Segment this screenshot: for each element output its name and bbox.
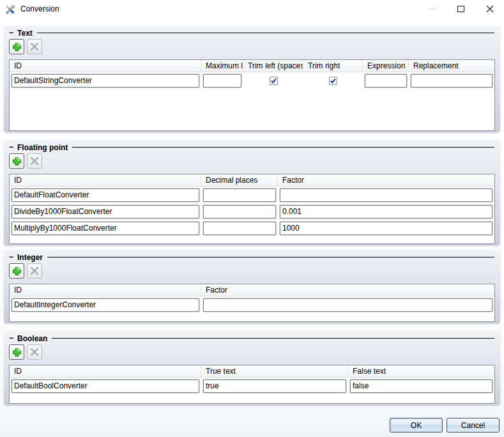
column-header-id: ID bbox=[10, 365, 201, 377]
id-field[interactable] bbox=[11, 379, 199, 393]
check-icon bbox=[270, 77, 277, 84]
titlebar: Conversion bbox=[0, 0, 504, 18]
delete-row-button[interactable] bbox=[27, 153, 42, 169]
minimize-button[interactable] bbox=[418, 0, 447, 18]
text-converters-table: ID Maximum len Trim left (spaces) Trim r… bbox=[9, 59, 495, 131]
factor-field[interactable] bbox=[280, 188, 493, 202]
table-row bbox=[10, 187, 494, 203]
column-header-id: ID bbox=[10, 284, 201, 296]
decimal-places-field[interactable] bbox=[203, 222, 276, 235]
conversion-dialog: Conversion − Text bbox=[0, 0, 504, 437]
plus-icon bbox=[12, 266, 22, 276]
true-text-field[interactable] bbox=[203, 379, 346, 393]
collapse-icon[interactable]: − bbox=[9, 29, 13, 37]
float-converters-table: ID Decimal places Factor bbox=[9, 174, 495, 244]
group-rule bbox=[37, 33, 494, 33]
group-text-title: Text bbox=[17, 29, 33, 38]
column-header-trim-right: Trim right bbox=[303, 60, 363, 72]
table-header: ID Decimal places Factor bbox=[10, 174, 494, 187]
factor-field[interactable] bbox=[203, 298, 493, 312]
group-rule bbox=[47, 257, 494, 257]
collapse-icon[interactable]: − bbox=[9, 334, 13, 342]
table-header: ID Maximum len Trim left (spaces) Trim r… bbox=[10, 60, 494, 72]
group-boolean-toolbar bbox=[9, 344, 495, 360]
collapse-icon[interactable]: − bbox=[9, 253, 13, 261]
column-header-expression: Expression bbox=[363, 60, 409, 72]
column-header-trim-left: Trim left (spaces) bbox=[243, 60, 303, 72]
window-controls bbox=[418, 0, 504, 18]
cross-icon bbox=[30, 42, 39, 51]
column-header-factor: Factor bbox=[278, 174, 494, 186]
column-header-id: ID bbox=[10, 60, 201, 72]
replacement-field[interactable] bbox=[411, 74, 493, 88]
cancel-button[interactable]: Cancel bbox=[447, 418, 500, 433]
delete-row-button[interactable] bbox=[27, 39, 42, 54]
column-header-max-len: Maximum len bbox=[201, 60, 243, 72]
group-integer-toolbar bbox=[9, 263, 495, 279]
expression-field[interactable] bbox=[365, 74, 407, 88]
boolean-converters-table: ID True text False text bbox=[9, 365, 495, 404]
decimal-places-field[interactable] bbox=[203, 205, 276, 218]
add-row-button[interactable] bbox=[9, 263, 24, 279]
add-row-button[interactable] bbox=[9, 344, 24, 360]
group-rule bbox=[52, 338, 494, 339]
group-text-header: − Text bbox=[9, 28, 495, 38]
collapse-icon[interactable]: − bbox=[9, 143, 13, 151]
close-icon bbox=[486, 5, 494, 13]
trim-right-checkbox[interactable] bbox=[329, 77, 337, 85]
group-floating-point-title: Floating point bbox=[17, 143, 68, 152]
max-len-field[interactable] bbox=[203, 74, 241, 88]
column-header-factor: Factor bbox=[201, 284, 494, 296]
column-header-decimal-places: Decimal places bbox=[201, 174, 278, 186]
id-field[interactable] bbox=[11, 188, 199, 202]
check-icon bbox=[330, 77, 337, 84]
factor-field[interactable] bbox=[280, 222, 493, 235]
delete-row-button[interactable] bbox=[27, 263, 42, 279]
table-row bbox=[10, 378, 494, 394]
group-boolean-title: Boolean bbox=[17, 334, 47, 343]
add-row-button[interactable] bbox=[9, 153, 24, 169]
group-integer: − Integer ID bbox=[4, 250, 500, 323]
minimize-icon bbox=[429, 9, 436, 10]
close-button[interactable] bbox=[475, 0, 504, 18]
footer-buttons: OK Cancel bbox=[4, 418, 500, 433]
id-field[interactable] bbox=[11, 74, 199, 88]
id-field[interactable] bbox=[11, 298, 199, 312]
table-row bbox=[10, 203, 494, 220]
group-floating-point-toolbar bbox=[9, 153, 495, 169]
column-header-true-text: True text bbox=[201, 365, 348, 377]
false-text-field[interactable] bbox=[350, 379, 493, 393]
table-row bbox=[10, 72, 494, 89]
maximize-icon bbox=[457, 6, 464, 12]
add-row-button[interactable] bbox=[9, 39, 24, 54]
plus-icon bbox=[12, 348, 22, 357]
id-field[interactable] bbox=[11, 222, 199, 235]
group-text: − Text ID bbox=[4, 26, 500, 132]
trim-left-checkbox[interactable] bbox=[270, 77, 278, 85]
ok-button[interactable]: OK bbox=[390, 418, 443, 433]
group-floating-point: − Floating point bbox=[4, 140, 500, 245]
table-header: ID Factor bbox=[10, 284, 494, 296]
plus-icon bbox=[12, 42, 22, 52]
group-floating-point-header: − Floating point bbox=[9, 142, 495, 152]
id-field[interactable] bbox=[11, 205, 199, 218]
integer-converters-table: ID Factor bbox=[9, 284, 495, 322]
group-rule bbox=[72, 147, 494, 148]
factor-field[interactable] bbox=[280, 205, 493, 218]
cross-icon bbox=[30, 157, 39, 165]
decimal-places-field[interactable] bbox=[203, 188, 276, 202]
window-title: Conversion bbox=[20, 4, 59, 13]
group-integer-title: Integer bbox=[17, 253, 43, 262]
table-header: ID True text False text bbox=[10, 365, 494, 378]
maximize-button[interactable] bbox=[447, 0, 475, 18]
table-row bbox=[10, 296, 494, 313]
table-row bbox=[10, 220, 494, 236]
delete-row-button[interactable] bbox=[27, 344, 42, 360]
column-header-id: ID bbox=[10, 174, 201, 186]
tools-icon bbox=[4, 4, 15, 15]
cross-icon bbox=[30, 266, 39, 275]
group-boolean: − Boolean ID bbox=[4, 331, 500, 405]
plus-icon bbox=[12, 157, 22, 166]
column-header-replacement: Replacement bbox=[409, 60, 494, 72]
cross-icon bbox=[30, 348, 39, 356]
